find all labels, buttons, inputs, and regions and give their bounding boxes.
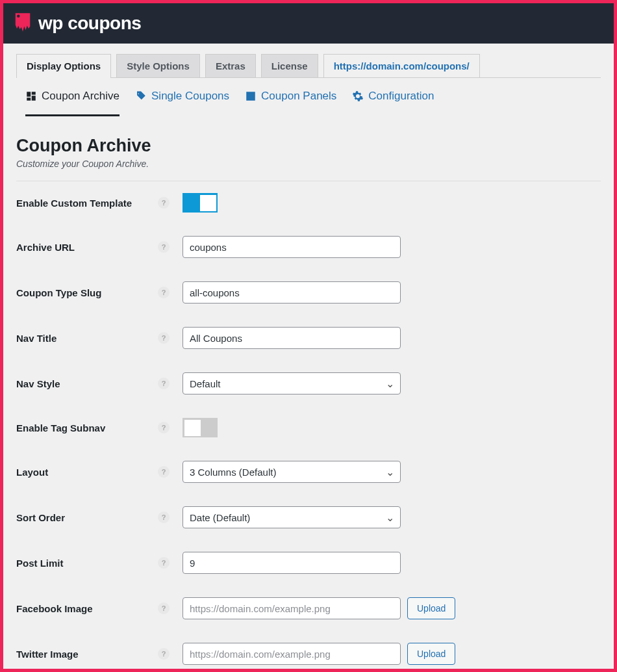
toggle-knob <box>184 420 201 436</box>
help-icon[interactable]: ? <box>158 422 170 433</box>
help-icon[interactable]: ? <box>158 557 170 569</box>
tab-license[interactable]: License <box>261 54 318 77</box>
row-coupon-type-slug: Coupon Type Slug ? <box>16 270 601 315</box>
label-nav-title: Nav Title <box>16 333 158 344</box>
input-twitter-image[interactable] <box>183 643 401 665</box>
section-description: Customize your Coupon Archive. <box>16 159 601 181</box>
input-nav-title[interactable] <box>183 327 401 349</box>
select-sort-order[interactable]: Date (Default) <box>183 506 401 528</box>
subtab-single-coupons[interactable]: Single Coupons <box>135 90 229 116</box>
tab-archive-link[interactable]: https://domain.com/coupons/ <box>323 54 480 77</box>
select-layout[interactable]: 3 Columns (Default) <box>183 461 401 483</box>
help-icon[interactable]: ? <box>158 602 170 614</box>
upload-facebook-image-button[interactable]: Upload <box>407 597 455 619</box>
toggle-enable-custom-template[interactable] <box>183 193 218 213</box>
toggle-enable-tag-subnav[interactable] <box>183 418 218 437</box>
row-nav-style: Nav Style ? Default ⌄ <box>16 361 601 406</box>
row-enable-custom-template: Enable Custom Template ? <box>16 181 601 224</box>
subtab-coupon-archive[interactable]: Coupon Archive <box>25 90 120 116</box>
main-tabs: Display Options Style Options Extras Lic… <box>16 54 601 78</box>
tab-extras[interactable]: Extras <box>205 54 256 77</box>
input-post-limit[interactable] <box>183 552 401 574</box>
help-icon[interactable]: ? <box>158 378 170 389</box>
label-enable-custom-template: Enable Custom Template <box>16 198 158 209</box>
label-nav-style: Nav Style <box>16 378 158 389</box>
toggle-knob <box>200 195 216 211</box>
input-archive-url[interactable] <box>183 236 401 258</box>
tab-style-options[interactable]: Style Options <box>116 54 200 77</box>
help-icon[interactable]: ? <box>158 466 170 478</box>
input-coupon-type-slug[interactable] <box>183 281 401 304</box>
tab-display-options[interactable]: Display Options <box>16 54 111 77</box>
help-icon[interactable]: ? <box>158 648 170 660</box>
subtab-label: Configuration <box>368 90 434 103</box>
section-title: Coupon Archive <box>16 136 601 156</box>
app-header: wp coupons <box>3 3 614 44</box>
help-icon[interactable]: ? <box>158 197 170 209</box>
row-archive-url: Archive URL ? <box>16 224 601 270</box>
dashboard-icon <box>25 90 37 102</box>
subtab-label: Coupon Archive <box>42 90 120 103</box>
row-twitter-image: Twitter Image ? Upload <box>16 631 601 672</box>
sub-tabs: Coupon Archive Single Coupons Coupon Pan… <box>16 78 601 116</box>
row-post-limit: Post Limit ? <box>16 540 601 586</box>
row-layout: Layout ? 3 Columns (Default) ⌄ <box>16 449 601 495</box>
label-coupon-type-slug: Coupon Type Slug <box>16 287 158 298</box>
help-icon[interactable]: ? <box>158 511 170 523</box>
row-enable-tag-subnav: Enable Tag Subnav ? <box>16 406 601 449</box>
app-title: wp coupons <box>38 13 141 34</box>
tag-icon <box>135 90 147 102</box>
subtab-label: Coupon Panels <box>261 90 336 103</box>
label-layout: Layout <box>16 467 158 478</box>
select-nav-style[interactable]: Default <box>183 372 401 394</box>
input-facebook-image[interactable] <box>183 597 401 619</box>
upload-twitter-image-button[interactable]: Upload <box>407 643 455 665</box>
row-sort-order: Sort Order ? Date (Default) ⌄ <box>16 495 601 540</box>
subtab-configuration[interactable]: Configuration <box>352 90 434 116</box>
panel-icon <box>245 90 257 102</box>
label-sort-order: Sort Order <box>16 512 158 523</box>
row-facebook-image: Facebook Image ? Upload <box>16 586 601 631</box>
help-icon[interactable]: ? <box>158 332 170 344</box>
gear-icon <box>352 90 364 102</box>
subtab-coupon-panels[interactable]: Coupon Panels <box>245 90 336 116</box>
label-facebook-image: Facebook Image <box>16 603 158 614</box>
help-icon[interactable]: ? <box>158 287 170 298</box>
content-area: Display Options Style Options Extras Lic… <box>3 44 614 672</box>
help-icon[interactable]: ? <box>158 241 170 253</box>
logo-icon <box>14 12 32 35</box>
subtab-label: Single Coupons <box>151 90 229 103</box>
label-archive-url: Archive URL <box>16 242 158 253</box>
label-twitter-image: Twitter Image <box>16 649 158 660</box>
row-nav-title: Nav Title ? <box>16 315 601 361</box>
label-enable-tag-subnav: Enable Tag Subnav <box>16 422 158 433</box>
label-post-limit: Post Limit <box>16 558 158 569</box>
